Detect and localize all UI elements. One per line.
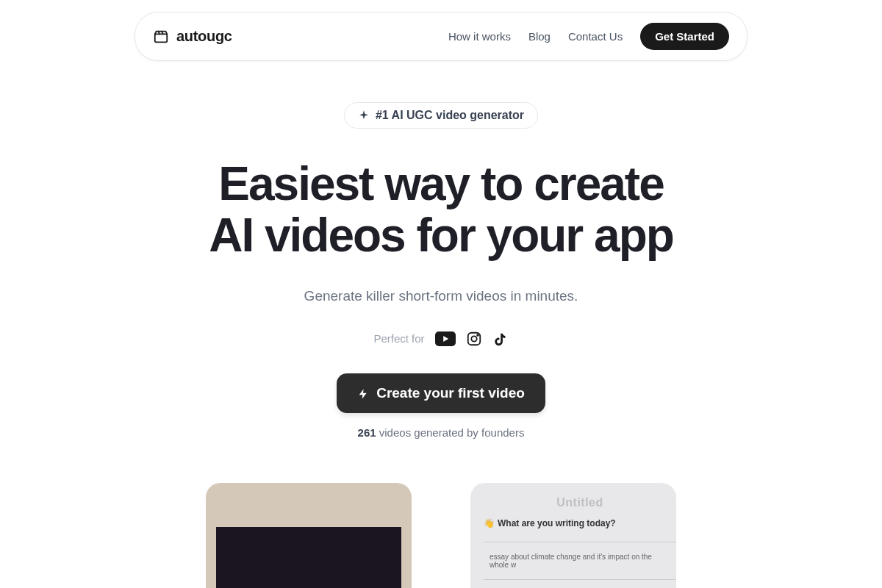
create-video-button[interactable]: Create your first video [337,373,545,413]
svg-rect-0 [155,34,168,42]
svg-point-3 [477,334,478,336]
hero-section: #1 AI UGC video generator Easiest way to… [0,102,882,439]
stats-suffix: videos generated by founders [376,426,525,439]
brand-name: autougc [176,28,232,45]
badge: #1 AI UGC video generator [344,102,538,129]
perfect-for-label: Perfect for [373,332,424,345]
headline-line-1: Easiest way to create [218,157,663,210]
preview-2-title: Untitled [484,496,676,509]
subtitle: Generate killer short-form videos in min… [0,288,882,304]
preview-2-input: essay about climate change and it's impa… [484,542,676,580]
nav-link-contact[interactable]: Contact Us [568,30,623,43]
headline-line-2: AI videos for your app [209,209,673,262]
navbar: autougc How it works Blog Contact Us Get… [135,12,747,61]
clapperboard-icon [153,29,169,45]
nav-link-blog[interactable]: Blog [528,30,551,43]
preview-row: Profiles Window Help Untitled 👋What are … [0,483,882,588]
logo[interactable]: autougc [153,28,232,45]
preview-2-prompt: 👋What are you writing today? [484,518,676,528]
wave-icon: 👋 [484,518,495,528]
youtube-icon [435,331,456,346]
instagram-icon [466,331,482,347]
perfect-for-row: Perfect for [0,331,882,347]
cta-label: Create your first video [376,385,525,401]
nav-links: How it works Blog Contact Us Get Started [448,23,729,50]
stats-text: 261 videos generated by founders [0,426,882,439]
bolt-icon [357,387,369,399]
svg-point-2 [471,336,476,341]
tiktok-icon [492,331,509,347]
sparkle-icon [358,110,370,121]
preview-card-2: Untitled 👋What are you writing today? es… [470,483,676,588]
get-started-button[interactable]: Get Started [640,23,729,50]
preview-card-1: Profiles Window Help [206,483,412,588]
stats-number: 261 [358,426,376,439]
nav-link-how-it-works[interactable]: How it works [448,30,511,43]
badge-text: #1 AI UGC video generator [376,109,524,122]
headline: Easiest way to create AI videos for your… [0,158,882,262]
